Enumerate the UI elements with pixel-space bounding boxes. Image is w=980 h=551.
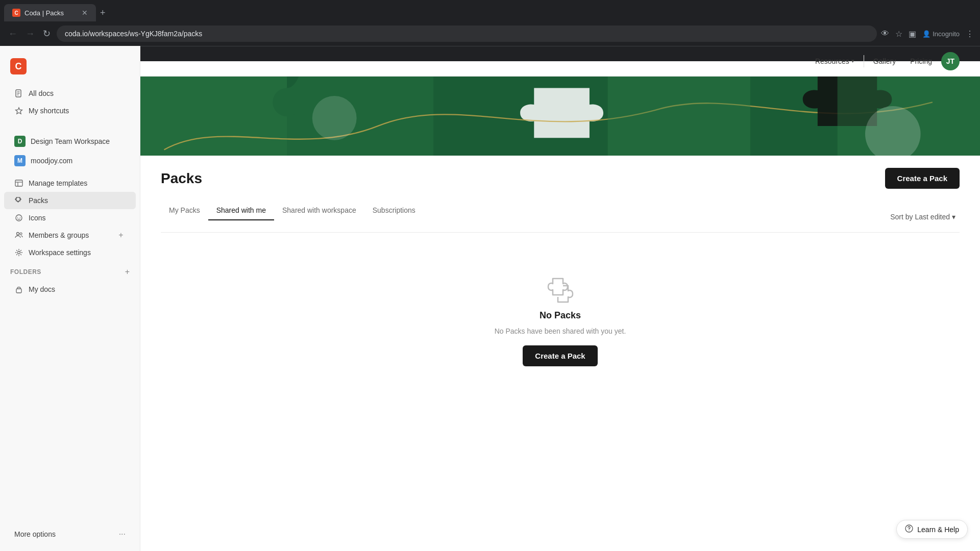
page-title: Packs: [161, 170, 202, 187]
sidebar-item-packs[interactable]: Packs: [4, 192, 136, 209]
svg-point-21: [312, 96, 357, 140]
sidebar: C All docs My shortcuts D Design Team Wo: [0, 46, 140, 551]
browser-actions: 👁︎ ☆ ▣ 👤 Incognito ⋮: [881, 29, 974, 39]
resources-button[interactable]: Resources ▾: [810, 54, 860, 68]
user-avatar[interactable]: JT: [941, 52, 960, 70]
tabs: My Packs Shared with me Shared with work…: [161, 201, 886, 220]
star-icon: [14, 106, 23, 115]
hero-pattern: [140, 77, 980, 156]
top-nav: Resources ▾ Gallery Pricing JT: [140, 46, 980, 77]
learn-help-icon: [905, 524, 913, 534]
hero-banner: [140, 77, 980, 156]
tab-shared-with-me[interactable]: Shared with me: [208, 201, 274, 220]
content-area: Packs Create a Pack My Packs Shared with…: [140, 77, 980, 551]
folders-section: My docs: [0, 279, 140, 300]
puzzle-icon: [14, 196, 23, 205]
tab-favicon: C: [12, 9, 20, 17]
refresh-button[interactable]: ↻: [41, 26, 53, 41]
add-member-icon[interactable]: +: [116, 231, 126, 240]
gear-icon: [14, 248, 23, 257]
browser-tab-active[interactable]: C Coda | Packs ✕: [4, 4, 96, 21]
smiley-icon: [14, 213, 23, 222]
my-docs-label: My docs: [29, 285, 126, 293]
empty-puzzle-icon: [545, 273, 576, 304]
sidebar-item-manage-templates[interactable]: Manage templates: [4, 174, 136, 192]
people-icon: [14, 231, 23, 240]
create-pack-button-empty[interactable]: Create a Pack: [523, 345, 597, 366]
sort-chevron-icon: ▾: [952, 213, 955, 221]
sort-control: Sort by Last edited ▾: [886, 209, 960, 225]
browser-chrome: C Coda | Packs ✕ + ← → ↻ 👁︎ ☆ ▣ 👤 Incogn…: [0, 0, 980, 46]
sort-button[interactable]: Sort by Last edited ▾: [886, 209, 960, 225]
split-screen-icon[interactable]: ▣: [909, 29, 916, 39]
manage-templates-label: Manage templates: [29, 179, 126, 187]
svg-point-10: [20, 217, 21, 218]
folders-header: FOLDERS +: [0, 263, 140, 279]
workspace-settings-label: Workspace settings: [29, 248, 126, 257]
learn-help-button[interactable]: Learn & Help: [896, 520, 968, 539]
nav-links: Resources ▾ Gallery Pricing JT: [810, 52, 960, 70]
tab-title: Coda | Packs: [24, 9, 78, 17]
all-docs-label: All docs: [29, 89, 126, 97]
more-options-icon: ···: [119, 530, 126, 539]
nav-separator: [864, 55, 864, 67]
page-header: Packs Create a Pack: [161, 168, 960, 189]
tab-my-packs[interactable]: My Packs: [161, 201, 208, 220]
svg-rect-18: [608, 77, 750, 156]
sidebar-item-icons[interactable]: Icons: [4, 209, 136, 227]
svg-point-8: [16, 215, 22, 221]
menu-icon[interactable]: ⋮: [966, 29, 974, 39]
tab-close-button[interactable]: ✕: [82, 9, 88, 17]
coda-logo: C: [10, 58, 27, 74]
my-shortcuts-label: My shortcuts: [29, 107, 126, 115]
main-content: Resources ▾ Gallery Pricing JT: [140, 46, 980, 551]
moodjoy-label: moodjoy.com: [31, 157, 126, 165]
sidebar-logo: C: [0, 54, 140, 83]
sidebar-item-workspace-settings[interactable]: Workspace settings: [4, 244, 136, 261]
add-folder-button[interactable]: +: [125, 267, 130, 277]
design-team-label: Design Team Workspace: [31, 137, 126, 145]
create-pack-button-header[interactable]: Create a Pack: [885, 168, 960, 189]
sidebar-item-design-team[interactable]: D Design Team Workspace: [4, 132, 136, 151]
svg-rect-14: [16, 289, 21, 293]
sidebar-item-members-groups[interactable]: Members & groups +: [4, 227, 136, 244]
pricing-button[interactable]: Pricing: [905, 54, 937, 68]
back-button[interactable]: ←: [6, 27, 19, 41]
forward-button[interactable]: →: [23, 27, 37, 41]
empty-description: No Packs have been shared with you yet.: [495, 327, 626, 335]
tab-subscriptions[interactable]: Subscriptions: [364, 201, 424, 220]
svg-point-13: [18, 252, 20, 254]
svg-point-12: [20, 233, 22, 235]
packs-label: Packs: [29, 196, 126, 205]
content-body: Packs Create a Pack My Packs Shared with…: [140, 156, 980, 419]
sidebar-item-my-shortcuts[interactable]: My shortcuts: [4, 102, 136, 119]
svg-point-9: [17, 217, 18, 218]
gallery-button[interactable]: Gallery: [868, 54, 901, 68]
template-icon: [14, 179, 23, 188]
incognito-label: 👤 Incognito: [922, 30, 960, 38]
folders-label: FOLDERS: [10, 268, 41, 276]
moodjoy-avatar: M: [14, 155, 26, 166]
sidebar-nav-section: All docs My shortcuts: [0, 83, 140, 121]
empty-state: No Packs No Packs have been shared with …: [161, 233, 960, 407]
workspace-section: D Design Team Workspace M moodjoy.com: [0, 130, 140, 172]
sidebar-item-moodjoy[interactable]: M moodjoy.com: [4, 151, 136, 170]
lock-icon: [14, 285, 23, 294]
address-bar[interactable]: [57, 26, 877, 42]
app: C All docs My shortcuts D Design Team Wo: [0, 46, 980, 551]
svg-rect-5: [15, 180, 22, 186]
tab-shared-with-workspace[interactable]: Shared with workspace: [274, 201, 364, 220]
sidebar-item-my-docs[interactable]: My docs: [4, 281, 136, 298]
browser-toolbar: ← → ↻ 👁︎ ☆ ▣ 👤 Incognito ⋮: [0, 21, 980, 46]
doc-icon: [14, 89, 23, 98]
members-groups-label: Members & groups: [29, 231, 111, 239]
more-options[interactable]: More options ···: [4, 525, 136, 543]
learn-help-label: Learn & Help: [917, 525, 959, 534]
sidebar-item-all-docs[interactable]: All docs: [4, 85, 136, 102]
incognito-icon: 👤: [922, 30, 930, 38]
svg-marker-4: [16, 108, 22, 114]
bookmark-star-icon[interactable]: ☆: [895, 29, 902, 39]
workspace-nav-section: Manage templates Packs Icons Members & g…: [0, 172, 140, 263]
new-tab-button[interactable]: +: [100, 4, 106, 21]
tabs-row: My Packs Shared with me Shared with work…: [161, 201, 960, 233]
